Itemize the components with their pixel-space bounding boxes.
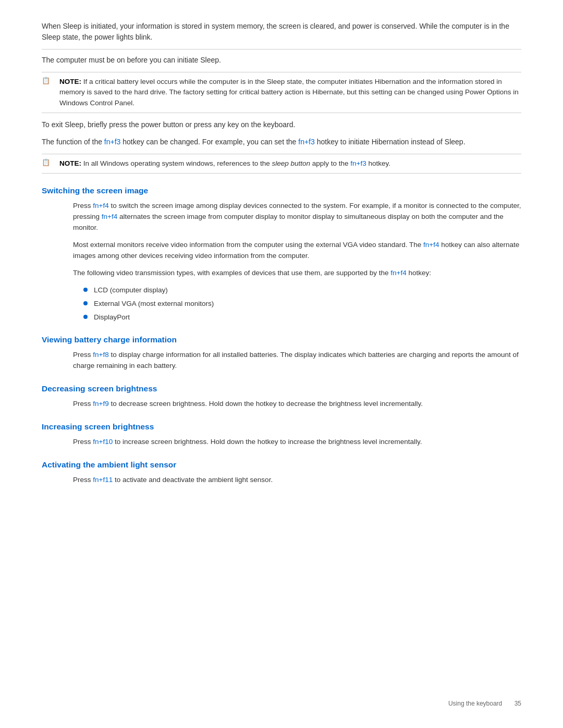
note-content-1: NOTE: If a critical battery level occurs… bbox=[59, 77, 521, 108]
fn-f3-link-1[interactable]: fn+f3 bbox=[104, 138, 121, 146]
note-text-1: If a critical battery level occurs while… bbox=[59, 78, 519, 107]
note-icon-2: 📋 bbox=[42, 158, 56, 166]
section-heading-activating: Activating the ambient light sensor bbox=[42, 460, 521, 470]
bullet-dot-lcd bbox=[83, 288, 88, 292]
switching-para2: Most external monitors receive video inf… bbox=[73, 240, 521, 262]
switching-bullets: LCD (computer display) External VGA (mos… bbox=[83, 285, 521, 323]
bullet-dot-dp bbox=[83, 315, 88, 319]
fn-f3-link-3[interactable]: fn+f3 bbox=[350, 159, 366, 167]
bullet-dot-vga bbox=[83, 301, 88, 305]
section-body-decreasing: Press fn+f9 to decrease screen brightnes… bbox=[73, 399, 521, 410]
fn-f4-link-4[interactable]: fn+f4 bbox=[390, 269, 406, 277]
switching-para1: Press fn+f4 to switch the screen image a… bbox=[73, 201, 521, 233]
intro-para2: The computer must be on before you can i… bbox=[42, 55, 521, 66]
fn-f10-link[interactable]: fn+f10 bbox=[93, 438, 113, 446]
fn-f9-link[interactable]: fn+f9 bbox=[93, 400, 108, 408]
section-body-increasing: Press fn+f10 to increase screen brightne… bbox=[73, 437, 521, 448]
section-viewing: Viewing battery charge information Press… bbox=[42, 335, 521, 372]
section-decreasing: Decreasing screen brightness Press fn+f9… bbox=[42, 384, 521, 410]
section-increasing: Increasing screen brightness Press fn+f1… bbox=[42, 422, 521, 448]
section-switching: Switching the screen image Press fn+f4 t… bbox=[42, 186, 521, 323]
section-heading-decreasing: Decreasing screen brightness bbox=[42, 384, 521, 393]
fn-f11-link[interactable]: fn+f11 bbox=[93, 476, 113, 484]
note-content-2: NOTE: In all Windows operating system wi… bbox=[59, 158, 390, 169]
section-body-activating: Press fn+f11 to activate and deactivate … bbox=[73, 475, 521, 486]
bullet-item-displayport: DisplayPort bbox=[83, 312, 521, 323]
fn-f4-link-2[interactable]: fn+f4 bbox=[102, 213, 117, 220]
section-body-viewing: Press fn+f8 to display charge informatio… bbox=[73, 350, 521, 372]
bullet-item-lcd: LCD (computer display) bbox=[83, 285, 521, 295]
note-box-2: 📋 NOTE: In all Windows operating system … bbox=[42, 154, 521, 174]
section-heading-increasing: Increasing screen brightness bbox=[42, 422, 521, 431]
section-heading-viewing: Viewing battery charge information bbox=[42, 335, 521, 344]
section-activating: Activating the ambient light sensor Pres… bbox=[42, 460, 521, 486]
bullet-item-vga: External VGA (most external monitors) bbox=[83, 299, 521, 309]
intro-para1: When Sleep is initiated, your informatio… bbox=[42, 21, 521, 43]
intro-para4: The function of the fn+f3 hotkey can be … bbox=[42, 137, 521, 147]
increasing-para1: Press fn+f10 to increase screen brightne… bbox=[73, 437, 521, 448]
note-icon-1: 📋 bbox=[42, 77, 56, 84]
note-box-1: 📋 NOTE: If a critical battery level occu… bbox=[42, 72, 521, 113]
fn-f4-link-3[interactable]: fn+f4 bbox=[423, 241, 439, 249]
note-label-2: NOTE: bbox=[59, 159, 81, 167]
decreasing-para1: Press fn+f9 to decrease screen brightnes… bbox=[73, 399, 521, 410]
fn-f8-link[interactable]: fn+f8 bbox=[93, 351, 108, 359]
footer-spacer bbox=[504, 700, 513, 707]
section-body-switching: Press fn+f4 to switch the screen image a… bbox=[73, 201, 521, 323]
page-number: 35 bbox=[515, 700, 521, 707]
switching-para3: The following video transmission types, … bbox=[73, 268, 521, 279]
viewing-para1: Press fn+f8 to display charge informatio… bbox=[73, 350, 521, 372]
divider-1 bbox=[42, 49, 521, 50]
note-label-1: NOTE: bbox=[59, 78, 81, 85]
fn-f4-link-1[interactable]: fn+f4 bbox=[93, 202, 108, 209]
activating-para1: Press fn+f11 to activate and deactivate … bbox=[73, 475, 521, 486]
footer-text: Using the keyboard bbox=[448, 700, 502, 707]
section-heading-switching: Switching the screen image bbox=[42, 186, 521, 195]
page-footer: Using the keyboard 35 bbox=[448, 700, 521, 707]
fn-f3-link-2[interactable]: fn+f3 bbox=[298, 138, 315, 146]
intro-para3: To exit Sleep, briefly press the power b… bbox=[42, 119, 521, 130]
